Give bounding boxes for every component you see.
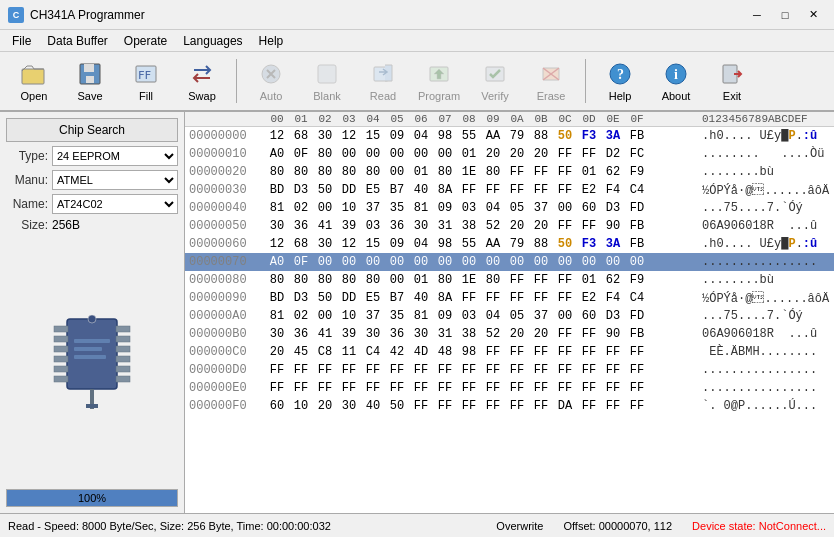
hex-byte-value[interactable]: DD bbox=[337, 291, 361, 305]
hex-byte-value[interactable]: 00 bbox=[481, 255, 505, 269]
hex-byte-value[interactable]: B7 bbox=[385, 291, 409, 305]
hex-byte-value[interactable]: 30 bbox=[313, 129, 337, 143]
hex-byte-value[interactable]: FF bbox=[553, 327, 577, 341]
hex-byte-value[interactable]: FF bbox=[433, 399, 457, 413]
hex-byte-value[interactable]: FF bbox=[577, 147, 601, 161]
about-button[interactable]: i About bbox=[650, 56, 702, 106]
hex-byte-value[interactable]: FF bbox=[505, 273, 529, 287]
hex-byte-value[interactable]: 04 bbox=[409, 129, 433, 143]
hex-byte-value[interactable]: 8A bbox=[433, 183, 457, 197]
hex-byte-value[interactable]: 80 bbox=[289, 273, 313, 287]
help-button[interactable]: ? Help bbox=[594, 56, 646, 106]
hex-byte-value[interactable]: 80 bbox=[289, 165, 313, 179]
hex-byte-value[interactable]: FF bbox=[529, 291, 553, 305]
hex-byte-value[interactable]: 09 bbox=[433, 309, 457, 323]
hex-byte-value[interactable]: AA bbox=[481, 237, 505, 251]
hex-byte-value[interactable]: 98 bbox=[433, 129, 457, 143]
hex-byte-value[interactable]: FF bbox=[577, 399, 601, 413]
hex-byte-value[interactable]: FF bbox=[601, 363, 625, 377]
hex-byte-value[interactable]: 41 bbox=[313, 219, 337, 233]
hex-byte-value[interactable]: 68 bbox=[289, 237, 313, 251]
hex-byte-value[interactable]: 15 bbox=[361, 129, 385, 143]
hex-byte-value[interactable]: 00 bbox=[385, 165, 409, 179]
type-select[interactable]: 24 EEPROM bbox=[52, 146, 178, 166]
hex-row[interactable]: 000000C02045C811C4424D4898FFFFFFFFFFFFFF… bbox=[185, 343, 834, 361]
hex-byte-value[interactable]: 52 bbox=[481, 327, 505, 341]
hex-byte-value[interactable]: 15 bbox=[361, 237, 385, 251]
fill-button[interactable]: FF Fill bbox=[120, 56, 172, 106]
hex-byte-value[interactable]: FF bbox=[457, 399, 481, 413]
hex-byte-value[interactable]: 3A bbox=[601, 129, 625, 143]
hex-byte-value[interactable]: FF bbox=[577, 219, 601, 233]
hex-byte-value[interactable]: 41 bbox=[313, 327, 337, 341]
hex-byte-value[interactable]: FF bbox=[553, 165, 577, 179]
hex-byte-value[interactable]: 20 bbox=[505, 219, 529, 233]
manu-select[interactable]: ATMEL bbox=[52, 170, 178, 190]
hex-byte-value[interactable]: 36 bbox=[385, 327, 409, 341]
hex-byte-value[interactable]: 04 bbox=[481, 201, 505, 215]
hex-byte-value[interactable]: 40 bbox=[409, 291, 433, 305]
hex-byte-value[interactable]: 00 bbox=[433, 147, 457, 161]
hex-view[interactable]: 000102030405060708090A0B0C0D0E0F 0123456… bbox=[185, 112, 834, 513]
hex-byte-value[interactable]: 52 bbox=[481, 219, 505, 233]
hex-byte-value[interactable]: 37 bbox=[529, 309, 553, 323]
hex-byte-value[interactable]: FF bbox=[553, 273, 577, 287]
hex-byte-value[interactable]: C4 bbox=[361, 345, 385, 359]
hex-byte-value[interactable]: FF bbox=[577, 327, 601, 341]
hex-row[interactable]: 000000E0FFFFFFFFFFFFFFFFFFFFFFFFFFFFFFFF… bbox=[185, 379, 834, 397]
hex-byte-value[interactable]: E2 bbox=[577, 291, 601, 305]
hex-byte-value[interactable]: 30 bbox=[409, 327, 433, 341]
hex-byte-value[interactable]: 09 bbox=[385, 237, 409, 251]
hex-byte-value[interactable]: 40 bbox=[409, 183, 433, 197]
hex-byte-value[interactable]: 20 bbox=[265, 345, 289, 359]
hex-byte-value[interactable]: B7 bbox=[385, 183, 409, 197]
hex-byte-value[interactable]: 01 bbox=[457, 147, 481, 161]
chip-search-button[interactable]: Chip Search bbox=[6, 118, 178, 142]
hex-byte-value[interactable]: 04 bbox=[481, 309, 505, 323]
hex-byte-value[interactable]: 42 bbox=[385, 345, 409, 359]
hex-byte-value[interactable]: FF bbox=[505, 363, 529, 377]
save-button[interactable]: Save bbox=[64, 56, 116, 106]
hex-byte-value[interactable]: FF bbox=[529, 183, 553, 197]
hex-byte-value[interactable]: FF bbox=[313, 363, 337, 377]
hex-byte-value[interactable]: FF bbox=[505, 399, 529, 413]
hex-byte-value[interactable]: 80 bbox=[313, 165, 337, 179]
hex-byte-value[interactable]: 03 bbox=[457, 201, 481, 215]
hex-byte-value[interactable]: FF bbox=[361, 381, 385, 395]
hex-byte-value[interactable]: 10 bbox=[337, 201, 361, 215]
hex-byte-value[interactable]: 01 bbox=[409, 273, 433, 287]
hex-row[interactable]: 00000050303641390336303138522020FFFF90FB… bbox=[185, 217, 834, 235]
hex-row[interactable]: 00000060126830121509049855AA798850F33AFB… bbox=[185, 235, 834, 253]
hex-byte-value[interactable]: FF bbox=[457, 183, 481, 197]
hex-row[interactable]: 0000002080808080800001801E80FFFFFF0162F9… bbox=[185, 163, 834, 181]
hex-byte-value[interactable]: 48 bbox=[433, 345, 457, 359]
hex-byte-value[interactable]: C4 bbox=[625, 183, 649, 197]
hex-byte-value[interactable]: FF bbox=[577, 363, 601, 377]
hex-byte-value[interactable]: 00 bbox=[409, 147, 433, 161]
menu-item-file[interactable]: File bbox=[4, 32, 39, 50]
hex-byte-value[interactable]: 00 bbox=[433, 255, 457, 269]
hex-byte-value[interactable]: 37 bbox=[361, 309, 385, 323]
hex-byte-value[interactable]: 50 bbox=[553, 129, 577, 143]
swap-button[interactable]: Swap bbox=[176, 56, 228, 106]
hex-byte-value[interactable]: 50 bbox=[385, 399, 409, 413]
hex-byte-value[interactable]: 1E bbox=[457, 273, 481, 287]
hex-byte-value[interactable]: 00 bbox=[361, 147, 385, 161]
hex-byte-value[interactable]: 79 bbox=[505, 129, 529, 143]
hex-byte-value[interactable]: 80 bbox=[265, 273, 289, 287]
hex-byte-value[interactable]: 80 bbox=[361, 165, 385, 179]
hex-byte-value[interactable]: FF bbox=[409, 399, 433, 413]
hex-byte-value[interactable]: C4 bbox=[625, 291, 649, 305]
hex-byte-value[interactable]: 30 bbox=[265, 327, 289, 341]
hex-byte-value[interactable]: FD bbox=[625, 201, 649, 215]
hex-byte-value[interactable]: 20 bbox=[505, 147, 529, 161]
hex-byte-value[interactable]: 05 bbox=[505, 309, 529, 323]
hex-byte-value[interactable]: 00 bbox=[385, 147, 409, 161]
hex-byte-value[interactable]: E5 bbox=[361, 291, 385, 305]
hex-byte-value[interactable]: 00 bbox=[553, 309, 577, 323]
hex-byte-value[interactable]: FF bbox=[361, 363, 385, 377]
hex-byte-value[interactable]: 60 bbox=[577, 309, 601, 323]
hex-byte-value[interactable]: 00 bbox=[625, 255, 649, 269]
hex-byte-value[interactable]: FF bbox=[505, 291, 529, 305]
hex-byte-value[interactable]: FB bbox=[625, 219, 649, 233]
